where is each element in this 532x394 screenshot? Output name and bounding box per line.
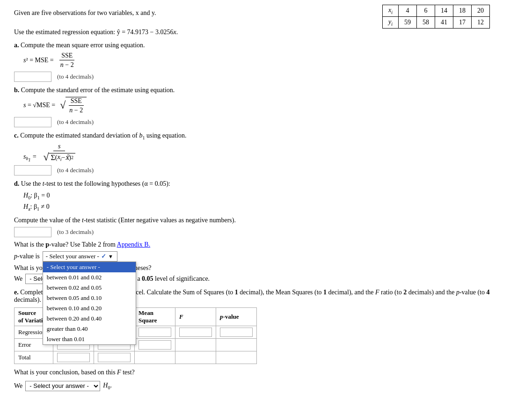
- part-c-formula: sb1 = s √ Σ(xi − x̄)2: [23, 143, 518, 162]
- hypotheses: H0: β1 = 0 Ha: β1 ≠ 0: [23, 190, 518, 213]
- anova-pv-total: [216, 351, 257, 364]
- part-a: a. Compute the mean square error using e…: [14, 42, 518, 82]
- part-b-fraction: SSE n − 2: [67, 97, 85, 114]
- part-b-label: b.: [14, 87, 19, 94]
- part-c-formula-label: sb1 =: [23, 153, 36, 163]
- part-c-desc: Compute the estimated standard deviation…: [20, 132, 186, 139]
- part-c-hint: (to 4 decimals): [57, 167, 94, 174]
- anova-f-regression[interactable]: [175, 326, 216, 338]
- ha: Ha: β1 ≠ 0: [23, 202, 518, 213]
- sqrt-symbol: √: [60, 100, 66, 110]
- anova-ms-regression[interactable]: [135, 326, 175, 338]
- pvalue-dropdown-btn[interactable]: - Select your answer - ✓ ▼: [43, 251, 117, 262]
- anova-col-pv: p-value: [216, 307, 257, 326]
- part-b-input[interactable]: [14, 117, 51, 127]
- anova-dof-tot-input[interactable]: [57, 353, 90, 362]
- xi-4: 4: [399, 5, 417, 17]
- part-c-sqrt-symbol: √: [43, 152, 49, 162]
- pvalue-row: p-value is - Select your answer - ✓ ▼ - …: [14, 251, 518, 262]
- anova-ms-reg-input[interactable]: [138, 328, 171, 337]
- part-a-label: a.: [14, 42, 19, 49]
- pvalue-dropdown-check: ✓: [101, 253, 106, 260]
- pvalue-dropdown-menu[interactable]: - Select your answer - between 0.01 and …: [43, 262, 136, 345]
- part-d-label: d.: [14, 180, 19, 187]
- part-c-input-row: (to 4 decimals): [14, 165, 518, 175]
- pvalue-opt-2[interactable]: between 0.02 and 0.05: [43, 283, 136, 293]
- part-b-input-box[interactable]: [14, 117, 51, 127]
- part-a-hint: (to 4 decimals): [57, 73, 94, 80]
- yi-41: 41: [435, 16, 453, 28]
- pvalue-opt-7[interactable]: lower than 0.01: [43, 334, 136, 344]
- anova-row-total: Total: [15, 351, 257, 364]
- pvalue-opt-5[interactable]: between 0.20 and 0.40: [43, 314, 136, 324]
- anova-f-total: [175, 351, 216, 364]
- conclusion-h0: H0.: [103, 382, 112, 390]
- part-d: d. Use the t-test to test the following …: [14, 180, 518, 284]
- appendix-link[interactable]: Appendix B.: [117, 241, 151, 248]
- xi-14: 14: [435, 5, 453, 17]
- data-table: xi 4 6 14 18 20 yi 59 58 41 17 12: [382, 5, 490, 29]
- pvalue-desc: What is the p-value? Use Table 2 from Ap…: [14, 241, 518, 248]
- part-c-sqrt-content: Σ(xi − x̄)2: [49, 153, 75, 162]
- pvalue-opt-4[interactable]: between 0.10 and 0.20: [43, 303, 136, 314]
- table-container: xi 4 6 14 18 20 yi 59 58 41 17 12: [382, 5, 490, 29]
- part-b-input-row: (to 4 decimals): [14, 117, 518, 127]
- part-c: c. Compute the estimated standard deviat…: [14, 132, 518, 176]
- anova-ms-err-input[interactable]: [138, 340, 171, 350]
- part-b-formula: s = √MSE = √ SSE n − 2: [23, 97, 518, 114]
- t-stat-input[interactable]: [14, 227, 51, 237]
- part-a-den: n − 2: [58, 60, 76, 69]
- sqrt-content: SSE n − 2: [66, 97, 87, 114]
- anova-sos-tot-input[interactable]: [98, 353, 131, 362]
- yi-label: yi: [383, 16, 399, 28]
- part-c-sqrt: √ Σ(xi − x̄)2: [43, 152, 75, 162]
- t-stat-desc: Compute the value of the t-test statisti…: [14, 217, 518, 224]
- part-d-desc: Use the t-test to test the following hyp…: [21, 180, 170, 187]
- part-b-sqrt: √ SSE n − 2: [60, 97, 87, 114]
- part-c-sigma: Σ: [51, 153, 55, 162]
- anova-pv-error: [216, 338, 257, 351]
- part-c-input[interactable]: [14, 165, 51, 175]
- xi-label: xi: [383, 5, 399, 17]
- t-stat-input-box[interactable]: [14, 227, 51, 237]
- anova-sos-total[interactable]: [94, 351, 135, 364]
- pvalue-dropdown-arrow: ▼: [108, 254, 113, 259]
- anova-col-ms: MeanSquare: [135, 307, 175, 326]
- anova-pv-regression[interactable]: [216, 326, 257, 338]
- anova-f-reg-input[interactable]: [179, 328, 212, 337]
- part-a-desc: Compute the mean square error using equa…: [21, 42, 145, 49]
- part-c-den: √ Σ(xi − x̄)2: [41, 151, 77, 162]
- part-c-label: c.: [14, 132, 19, 139]
- part-a-fraction: SSE n − 2: [58, 52, 76, 69]
- pvalue-opt-3[interactable]: between 0.05 and 0.10: [43, 293, 136, 303]
- conclusion-dropdown[interactable]: - Select your answer - reject fail to re…: [25, 381, 100, 391]
- anova-dof-total[interactable]: [53, 351, 94, 364]
- part-e-label: e.: [14, 289, 19, 296]
- pvalue-opt-0[interactable]: - Select your answer -: [43, 262, 136, 272]
- part-a-input-box[interactable]: [14, 72, 51, 82]
- f-conclusion-label: What is your conclusion, based on this F…: [14, 369, 518, 376]
- yi-17: 17: [453, 16, 472, 28]
- part-c-fraction: s √ Σ(xi − x̄)2: [41, 143, 77, 162]
- equation-text: Use the estimated regression equation: ŷ…: [14, 29, 518, 36]
- xi-18: 18: [453, 5, 472, 17]
- part-b-num: SSE: [69, 97, 84, 106]
- pvalue-opt-1[interactable]: between 0.01 and 0.02: [43, 272, 136, 283]
- conclusion-dropdown-container[interactable]: - Select your answer - reject fail to re…: [25, 381, 100, 391]
- yi-59: 59: [399, 16, 417, 28]
- part-c-input-box[interactable]: [14, 165, 51, 175]
- part-b-desc: Compute the standard error of the estima…: [21, 87, 175, 94]
- t-stat-input-row: (to 3 decimals): [14, 227, 518, 237]
- part-b-hint: (to 4 decimals): [57, 118, 94, 126]
- anova-f-error: [175, 338, 216, 351]
- part-a-input[interactable]: [14, 72, 51, 82]
- pvalue-dropdown-container[interactable]: - Select your answer - ✓ ▼ - Select your…: [43, 251, 117, 262]
- xi-20: 20: [472, 5, 490, 17]
- yi-12: 12: [472, 16, 490, 28]
- part-c-num: s: [53, 143, 65, 151]
- pvalue-prefix: p-value is: [14, 253, 40, 260]
- anova-ms-error[interactable]: [135, 338, 175, 351]
- pvalue-opt-6[interactable]: greater than 0.40: [43, 324, 136, 334]
- h0: H0: β1 = 0: [23, 190, 518, 202]
- anova-pv-reg-input[interactable]: [220, 328, 253, 337]
